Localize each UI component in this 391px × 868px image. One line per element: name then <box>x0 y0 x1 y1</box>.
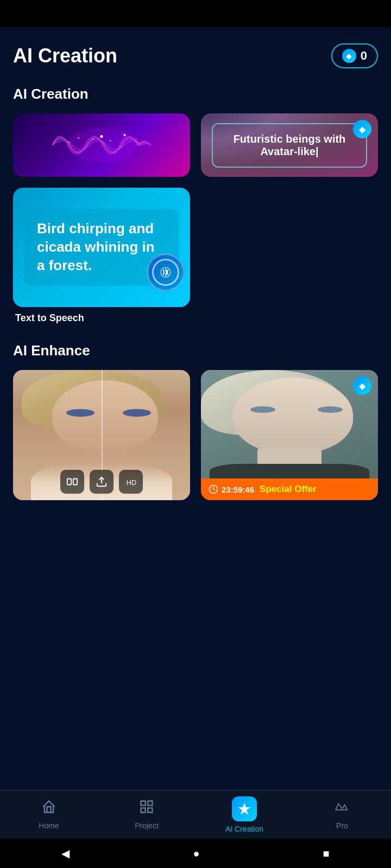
tti-prompt-box: Futuristic beings with Avatar-like| <box>212 123 367 168</box>
tool-btn-1[interactable] <box>60 470 84 494</box>
status-bar <box>0 0 391 27</box>
ai-enhance-section-title: AI Enhance <box>13 342 378 359</box>
credit-diamond: ◆ <box>346 52 352 60</box>
credit-icon: ◆ <box>342 49 356 63</box>
tts-thumbnail: Bird chirping and cicada whining in a fo… <box>13 188 190 307</box>
pro-icon <box>335 799 350 818</box>
ai-enhance-section: AI Enhance <box>13 342 378 500</box>
ai-creation-nav-icon <box>232 796 257 821</box>
android-nav: ◀ ● ■ <box>0 839 391 868</box>
svg-point-2 <box>109 140 111 142</box>
nav-ai-creation-label: AI Creation <box>225 825 263 833</box>
nav-pro-label: Pro <box>336 821 348 830</box>
tool-btn-2[interactable] <box>90 470 113 494</box>
nav-item-pro[interactable]: Pro <box>293 799 391 830</box>
music-gen-thumbnail <box>13 113 190 177</box>
offer-banner: 23:59:46 Special Offer <box>201 478 378 500</box>
svg-point-7 <box>136 139 137 140</box>
page-header: AI Creation ◆ 0 <box>13 43 378 68</box>
nav-project-label: Project <box>135 821 159 830</box>
ai-music-generator-card[interactable]: AI Music Generator <box>13 113 190 177</box>
ai-creation-section-title: AI Creation <box>13 86 378 103</box>
main-content: AI Creation ◆ 0 AI Creation <box>0 27 391 587</box>
tti-thumbnail: ◆ Futuristic beings with Avatar-like| <box>201 113 378 177</box>
text-to-speech-card[interactable]: Bird chirping and cicada whining in a fo… <box>13 188 190 326</box>
tool-btn-3[interactable]: HD <box>119 470 143 494</box>
page-title: AI Creation <box>13 44 117 67</box>
pro-badge-2: ◆ <box>353 376 371 395</box>
tts-inner-box: Bird chirping and cicada whining in a fo… <box>24 209 179 285</box>
project-icon <box>139 799 154 818</box>
pro-badge: ◆ <box>353 120 371 138</box>
tts-label: Text to Speech <box>13 307 190 326</box>
timer-text: 23:59:46 <box>222 485 254 494</box>
tts-play-button[interactable] <box>147 253 185 291</box>
svg-point-4 <box>123 134 125 136</box>
tti-prompt-text: Futuristic beings with Avatar-like| <box>234 133 346 157</box>
nav-item-project[interactable]: Project <box>98 799 195 830</box>
photo-enhance-card-2[interactable]: ◆ 23:59:46 Special Offer <box>201 370 378 500</box>
svg-rect-8 <box>67 479 71 485</box>
timer-icon <box>209 484 218 494</box>
recent-button[interactable]: ■ <box>323 847 329 860</box>
svg-point-5 <box>78 137 79 139</box>
ai-creation-section: AI Creation <box>13 86 378 337</box>
special-offer-text: Special Offer <box>260 484 317 495</box>
enhance-cards-grid: HD <box>13 370 378 500</box>
music-wave-svg <box>13 113 190 177</box>
offer-timer: 23:59:46 <box>209 484 254 494</box>
tts-play-inner <box>152 259 179 286</box>
back-button[interactable]: ◀ <box>61 847 70 860</box>
svg-rect-9 <box>73 479 77 485</box>
credit-badge[interactable]: ◆ 0 <box>331 43 378 68</box>
photo-enhance-card-1[interactable]: HD <box>13 370 190 500</box>
svg-point-3 <box>92 138 93 140</box>
bottom-nav: Home Project AI Creation Pro <box>0 790 391 839</box>
credit-count: 0 <box>361 49 367 63</box>
tts-text: Bird chirping and cicada whining in a fo… <box>37 220 166 275</box>
sound-wave-icon <box>159 266 172 279</box>
svg-point-6 <box>69 142 70 143</box>
pro-diamond-icon-2: ◆ <box>359 381 365 391</box>
photo-bg-1: HD <box>13 370 190 500</box>
ai-creation-cards-grid: AI Music Generator ◆ Futuristic beings w… <box>13 113 378 177</box>
svg-text:HD: HD <box>127 478 137 487</box>
pro-diamond-icon: ◆ <box>359 124 365 135</box>
photo-tools: HD <box>60 470 143 494</box>
nav-item-home[interactable]: Home <box>0 799 98 830</box>
photo-bg-2: ◆ 23:59:46 Special Offer <box>201 370 378 500</box>
home-button[interactable]: ● <box>193 847 199 860</box>
svg-point-1 <box>100 135 103 138</box>
tts-row: Bird chirping and cicada whining in a fo… <box>13 188 378 337</box>
nav-item-ai-creation[interactable]: AI Creation <box>195 796 293 833</box>
nav-home-label: Home <box>39 821 59 830</box>
home-icon <box>41 799 56 818</box>
text-to-image-card[interactable]: ◆ Futuristic beings with Avatar-like| Te… <box>201 113 378 177</box>
